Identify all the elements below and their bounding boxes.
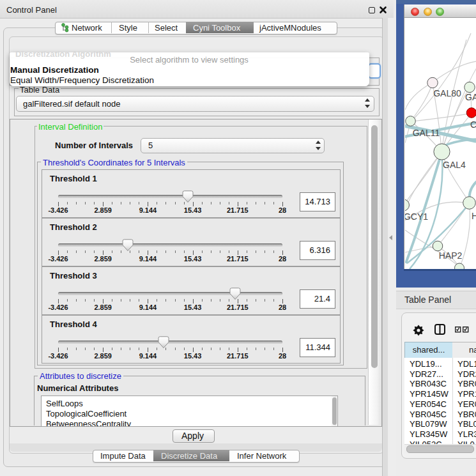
svg-text:HAP2: HAP2 [439,250,463,261]
svg-text:GAL4: GAL4 [443,160,466,170]
svg-text:GAL11: GAL11 [413,128,440,138]
svg-text:H: H [472,211,476,221]
svg-text:GA: GA [465,92,476,102]
svg-text:GAL80: GAL80 [433,88,461,98]
svg-text:C: C [470,119,476,130]
svg-text:GCY1: GCY1 [405,211,428,222]
